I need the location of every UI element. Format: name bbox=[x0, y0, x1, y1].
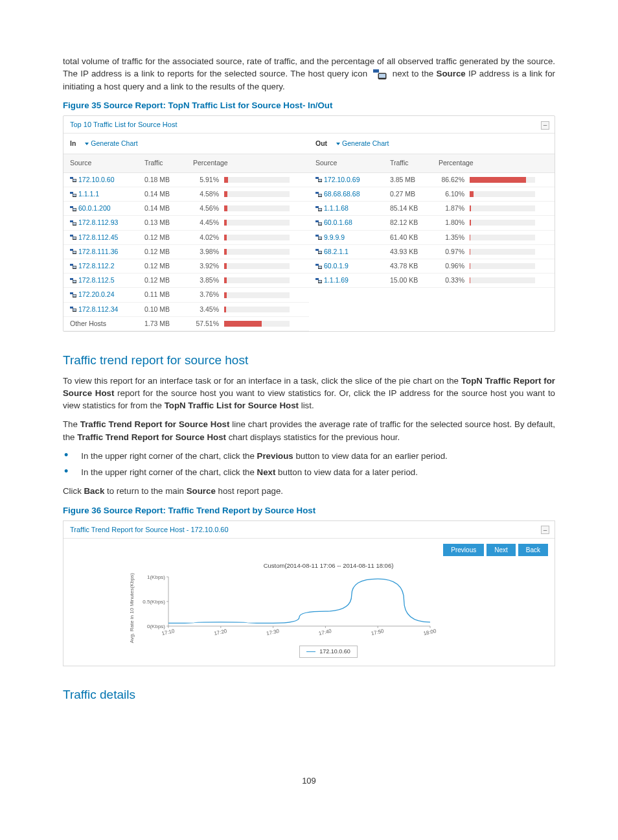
ip-link[interactable]: 68.68.68.68 bbox=[324, 190, 360, 198]
traffic-value: 0.10 MB bbox=[144, 305, 193, 314]
ip-link[interactable]: 172.20.0.24 bbox=[78, 290, 114, 298]
trend-p1: To view this report for an interface tas… bbox=[63, 375, 555, 412]
minimize-button[interactable]: – bbox=[541, 526, 549, 534]
host-query-icon[interactable] bbox=[315, 192, 321, 198]
traffic-value: 0.14 MB bbox=[144, 189, 193, 199]
pct-value: 0.96% bbox=[439, 261, 470, 271]
next-button[interactable]: Next bbox=[486, 544, 516, 556]
host-query-icon[interactable] bbox=[315, 177, 321, 183]
traffic-value: 3.85 MB bbox=[390, 175, 439, 185]
ip-link[interactable]: 172.8.112.2 bbox=[78, 262, 114, 270]
bullet-icon: • bbox=[64, 467, 68, 475]
ip-link[interactable]: 172.8.111.36 bbox=[78, 248, 118, 255]
host-query-icon[interactable] bbox=[315, 264, 321, 270]
list-item: •In the upper right corner of the chart,… bbox=[63, 450, 555, 462]
ip-link[interactable]: 60.0.1.200 bbox=[78, 204, 111, 212]
pct-bar bbox=[470, 263, 535, 269]
host-query-icon[interactable] bbox=[70, 278, 76, 284]
traffic-value: 0.12 MB bbox=[144, 233, 193, 242]
host-query-icon[interactable] bbox=[70, 177, 76, 183]
ip-link[interactable]: 172.8.112.5 bbox=[78, 276, 114, 284]
host-query-icon[interactable] bbox=[70, 249, 76, 255]
ip-link[interactable]: 60.0.1.9 bbox=[324, 262, 349, 270]
ip-link[interactable]: 172.8.112.45 bbox=[78, 233, 118, 241]
panel-35-title: Top 10 Traffic List for Source Host bbox=[70, 120, 177, 130]
host-query-icon[interactable] bbox=[70, 206, 76, 212]
traffic-value: 0.12 MB bbox=[144, 261, 193, 271]
ip-link[interactable]: 1.1.1.68 bbox=[324, 204, 349, 212]
back-button[interactable]: Back bbox=[518, 544, 548, 556]
svg-rect-48 bbox=[315, 249, 319, 251]
table-row: 1.1.1.10.14 MB4.58% bbox=[63, 187, 309, 202]
out-table: Source Traffic Percentage 172.10.0.693.8… bbox=[309, 154, 555, 331]
svg-rect-41 bbox=[319, 209, 322, 211]
host-query-icon[interactable] bbox=[70, 235, 76, 240]
pct-value: 86.62% bbox=[439, 175, 470, 185]
ip-link[interactable]: 68.2.1.1 bbox=[324, 248, 349, 255]
svg-rect-53 bbox=[319, 266, 322, 268]
heading-traffic-details: Traffic details bbox=[63, 686, 555, 704]
pct-bar bbox=[224, 263, 290, 269]
host-query-icon[interactable] bbox=[315, 206, 321, 212]
svg-rect-3 bbox=[70, 177, 73, 179]
host-query-icon[interactable] bbox=[315, 235, 321, 240]
svg-rect-26 bbox=[73, 281, 76, 283]
host-query-icon[interactable] bbox=[70, 264, 76, 270]
table-row: 172.8.112.340.10 MB3.45% bbox=[63, 303, 309, 317]
in-label: In bbox=[70, 139, 76, 148]
host-query-icon[interactable] bbox=[315, 278, 321, 284]
pct-value: 1.87% bbox=[439, 204, 470, 213]
table-row: 172.10.0.693.85 MB86.62% bbox=[309, 173, 555, 187]
col-percentage: Percentage bbox=[193, 158, 303, 168]
pct-bar bbox=[470, 177, 535, 183]
figure-35-caption: Figure 35 Source Report: TopN Traffic Li… bbox=[63, 99, 555, 111]
in-generate-chart-link[interactable]: Generate Chart bbox=[85, 139, 137, 148]
host-query-icon[interactable] bbox=[70, 192, 76, 198]
pct-bar bbox=[224, 220, 290, 226]
pct-value: 5.91% bbox=[193, 175, 224, 185]
table-row: 60.0.1.6882.12 KB1.80% bbox=[309, 216, 555, 230]
figure-35-panel: Top 10 Traffic List for Source Host – In… bbox=[63, 115, 555, 332]
table-row: 172.8.112.20.12 MB3.92% bbox=[63, 259, 309, 274]
svg-rect-24 bbox=[70, 278, 73, 280]
ip-link[interactable]: 172.10.0.60 bbox=[78, 176, 114, 183]
svg-rect-20 bbox=[73, 251, 76, 253]
svg-rect-15 bbox=[70, 235, 73, 237]
table-row: 60.0.1.2000.14 MB4.56% bbox=[63, 202, 309, 216]
host-query-icon[interactable] bbox=[70, 307, 76, 312]
host-query-icon[interactable] bbox=[315, 249, 321, 255]
host-query-icon bbox=[372, 69, 387, 80]
ip-link[interactable]: 60.0.1.68 bbox=[324, 218, 352, 226]
ip-link[interactable]: 1.1.1.69 bbox=[324, 276, 349, 284]
host-query-icon[interactable] bbox=[315, 220, 321, 226]
out-generate-chart-link[interactable]: Generate Chart bbox=[336, 139, 389, 148]
pct-value: 3.85% bbox=[193, 275, 224, 285]
ip-link[interactable]: 1.1.1.1 bbox=[78, 190, 99, 198]
chart-title: Custom(2014-08-11 17:06 -- 2014-08-11 18… bbox=[128, 561, 529, 570]
pct-value: 1.35% bbox=[439, 233, 470, 242]
table-row: 172.8.112.50.12 MB3.85% bbox=[63, 274, 309, 288]
svg-rect-29 bbox=[73, 295, 76, 297]
host-query-icon[interactable] bbox=[70, 220, 76, 226]
other-hosts-label: Other Hosts bbox=[70, 319, 144, 329]
svg-rect-56 bbox=[319, 281, 322, 283]
ip-link[interactable]: 172.8.112.93 bbox=[78, 218, 118, 226]
table-row: 172.10.0.600.18 MB5.91% bbox=[63, 173, 309, 187]
ip-link[interactable]: 172.10.0.69 bbox=[324, 176, 360, 183]
previous-button[interactable]: Previous bbox=[443, 544, 484, 556]
pct-bar bbox=[224, 277, 290, 283]
svg-text:1(Kbps): 1(Kbps) bbox=[147, 574, 165, 580]
svg-rect-12 bbox=[70, 220, 73, 222]
pct-value: 4.58% bbox=[193, 189, 224, 199]
table-row: 68.2.1.143.93 KB0.97% bbox=[309, 245, 555, 259]
svg-text:0.5(Kbps): 0.5(Kbps) bbox=[143, 599, 165, 605]
heading-traffic-trend: Traffic trend report for source host bbox=[63, 351, 555, 369]
host-query-icon[interactable] bbox=[70, 292, 76, 298]
svg-rect-38 bbox=[319, 194, 322, 196]
ip-link[interactable]: 9.9.9.9 bbox=[324, 233, 345, 241]
minimize-button[interactable]: – bbox=[541, 121, 549, 130]
col-percentage: Percentage bbox=[439, 158, 548, 168]
page-number: 109 bbox=[63, 775, 555, 788]
traffic-value: 0.12 MB bbox=[144, 275, 193, 285]
ip-link[interactable]: 172.8.112.34 bbox=[78, 305, 118, 313]
